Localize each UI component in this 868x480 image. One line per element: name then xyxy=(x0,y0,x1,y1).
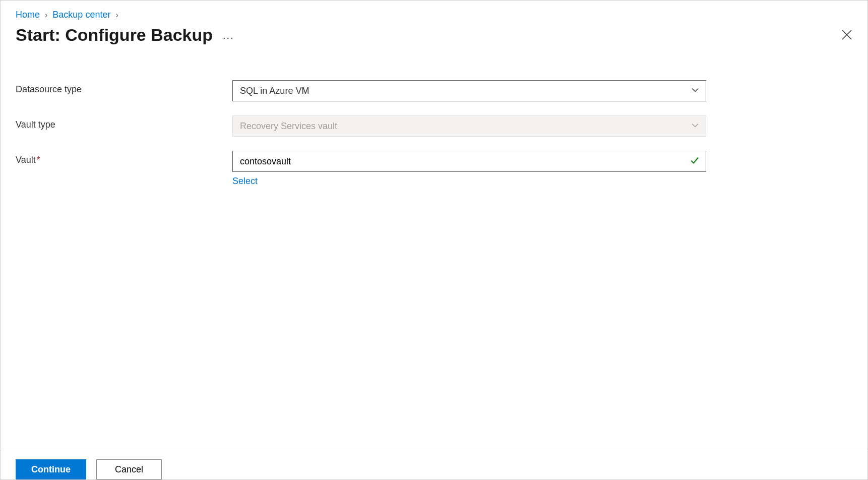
footer-actions: Continue Cancel xyxy=(1,449,867,479)
page-title: Start: Configure Backup xyxy=(16,25,213,45)
vault-label: Vault* xyxy=(16,151,232,165)
datasource-type-value: SQL in Azure VM xyxy=(240,86,309,96)
vault-row: Vault* Select xyxy=(16,151,852,187)
page-header: Start: Configure Backup ··· xyxy=(1,25,867,45)
vault-input[interactable] xyxy=(232,151,706,172)
form-area: Datasource type SQL in Azure VM Vault ty… xyxy=(1,45,867,187)
vault-type-value: Recovery Services vault xyxy=(240,121,337,132)
breadcrumb: Home › Backup center › xyxy=(1,1,867,25)
vault-type-select: Recovery Services vault xyxy=(232,115,706,137)
continue-button[interactable]: Continue xyxy=(16,459,86,479)
breadcrumb-backup-center[interactable]: Backup center xyxy=(52,10,110,20)
vault-type-row: Vault type Recovery Services vault xyxy=(16,115,852,137)
chevron-right-icon: › xyxy=(115,11,118,20)
datasource-type-label: Datasource type xyxy=(16,80,232,95)
vault-type-label: Vault type xyxy=(16,115,232,130)
cancel-button[interactable]: Cancel xyxy=(96,459,162,479)
close-icon xyxy=(841,29,852,40)
breadcrumb-home[interactable]: Home xyxy=(16,10,40,20)
datasource-type-select[interactable]: SQL in Azure VM xyxy=(232,80,706,101)
more-options-button[interactable]: ··· xyxy=(223,27,234,43)
close-button[interactable] xyxy=(841,29,852,42)
datasource-type-row: Datasource type SQL in Azure VM xyxy=(16,80,852,101)
vault-select-link[interactable]: Select xyxy=(232,176,706,187)
chevron-right-icon: › xyxy=(45,11,47,20)
required-indicator: * xyxy=(37,155,40,165)
